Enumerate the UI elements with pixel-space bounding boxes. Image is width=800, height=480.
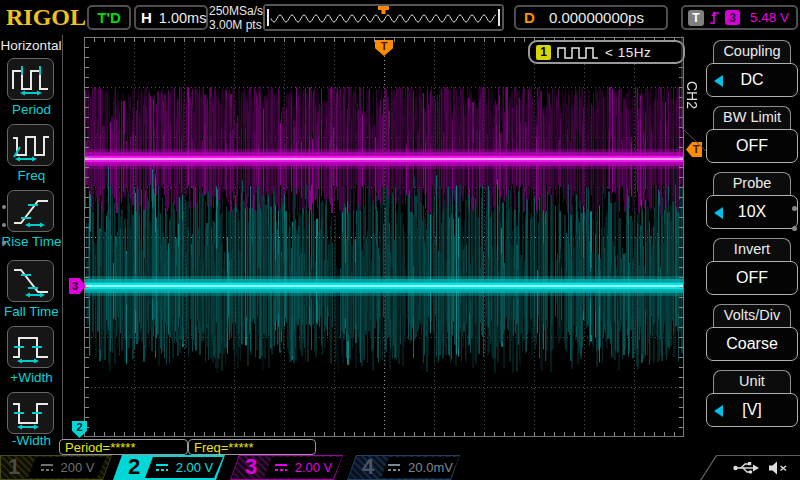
oscilloscope-screen: RIGOL T'D H 1.00ms 250MSa/s 3.00M pts D … (0, 0, 800, 480)
minus-width-label: -Width (0, 433, 63, 448)
coupling-value-button[interactable]: DC (706, 63, 798, 97)
channel3-tab[interactable]: 3 2.00 V (230, 455, 343, 480)
horizontal-label: H (141, 9, 152, 26)
system-status-inner (700, 456, 800, 480)
freq-measurement: Freq=***** (188, 439, 316, 455)
bw-limit-label: BW Limit (713, 106, 791, 129)
period-button[interactable] (7, 58, 54, 100)
system-status-area (700, 455, 800, 480)
left-menu-title: Horizontal (0, 38, 62, 53)
probe-value-button[interactable]: 10X (706, 195, 798, 229)
delay-value: 0.00000000ps (535, 9, 658, 26)
timebase-value: 1.00ms (159, 10, 207, 26)
trigger-source-badge: 3 (725, 10, 740, 25)
left-page-dot (2, 205, 6, 209)
menu-item-coupling: Coupling DC (706, 40, 798, 102)
menu-item-bw-limit: BW Limit OFF (706, 106, 798, 168)
trigger-popup-frequency: < 15Hz (605, 45, 651, 60)
invert-value: OFF (736, 269, 768, 287)
rise-time-icon (11, 194, 51, 228)
minus-width-icon (11, 396, 51, 430)
dc-coupling-icon (274, 463, 288, 472)
channel2-tab[interactable]: 2 2.00 V (113, 455, 225, 480)
freq-button[interactable] (7, 124, 54, 166)
trigger-label: T (688, 10, 704, 26)
volts-div-value-button[interactable]: Coarse (706, 327, 798, 361)
menu-item-volts-div: Volts/Div Coarse (706, 304, 798, 366)
trigger-info-box: T 3 5.48 V (681, 5, 798, 30)
invert-label: Invert (713, 238, 791, 261)
timebase-box: H 1.00ms (134, 5, 208, 30)
trigger-level-value: 5.48 V (750, 10, 791, 25)
bw-limit-value: OFF (736, 137, 768, 155)
dc-coupling-icon (387, 463, 401, 472)
unit-value: [V] (742, 401, 762, 419)
period-icon (11, 62, 51, 96)
volts-div-value: Coarse (726, 335, 778, 353)
channel1-scale: 200 V (61, 460, 95, 475)
channel4-scale: 20.0mV (408, 460, 453, 475)
rise-time-label: Rise Time (0, 234, 63, 249)
right-menu-channel-tab: CH2 (684, 72, 700, 118)
rise-time-button[interactable] (7, 190, 54, 232)
timebase-overview-waveform (265, 6, 502, 29)
sample-rate: 250MSa/s (209, 4, 263, 18)
channel2-number: 2 (128, 455, 140, 479)
usb-icon (733, 461, 759, 475)
rigol-logo: RIGOL (6, 4, 86, 31)
right-page-dot (792, 226, 797, 231)
unit-label: Unit (713, 370, 791, 393)
channel4-scale-box: 20.0mV (381, 457, 459, 478)
trigger-status-badge: T'D (87, 5, 131, 30)
channel3-scale-box: 2.00 V (264, 457, 342, 478)
channel1-number: 1 (8, 455, 20, 479)
unit-value-button[interactable]: [V] (706, 393, 798, 427)
channel4-number: 4 (362, 455, 374, 479)
volts-div-label: Volts/Div (713, 304, 791, 327)
coupling-value: DC (740, 71, 763, 89)
invert-value-button[interactable]: OFF (706, 261, 798, 295)
freq-icon (11, 128, 51, 162)
menu-item-unit: Unit [V] (706, 370, 798, 432)
speaker-muted-icon (767, 460, 788, 476)
rising-edge-icon (708, 10, 721, 26)
chevron-left-icon (714, 207, 723, 219)
dc-coupling-icon (40, 463, 54, 472)
trigger-status-text: T'D (97, 9, 121, 26)
menu-item-invert: Invert OFF (706, 238, 798, 300)
plus-width-label: +Width (0, 370, 63, 385)
acquisition-info: 250MSa/s 3.00M pts (209, 4, 263, 32)
plus-width-button[interactable] (7, 326, 54, 368)
period-measurement: Period=***** (59, 439, 188, 455)
period-label: Period (0, 102, 63, 117)
fall-time-icon (11, 264, 51, 298)
left-page-dot (2, 223, 6, 227)
fall-time-button[interactable] (7, 260, 54, 302)
waveform-display (84, 37, 684, 437)
chevron-left-icon (714, 75, 723, 87)
left-page-dot (2, 241, 6, 245)
probe-value: 10X (738, 203, 766, 221)
freq-label: Freq (0, 168, 63, 183)
channel-status-bar: 1 200 V 2 2.00 V 3 2.00 V 4 (0, 455, 800, 480)
coupling-label: Coupling (713, 40, 791, 63)
trigger-popup-source-badge: 1 (536, 45, 551, 60)
channel1-tab[interactable]: 1 200 V (0, 455, 112, 480)
delay-box: D 0.00000000ps (514, 5, 668, 30)
plus-width-icon (11, 330, 51, 364)
minus-width-button[interactable] (7, 392, 54, 434)
square-wave-icon (557, 45, 599, 59)
channel2-scale-box: 2.00 V (145, 457, 223, 478)
bw-limit-value-button[interactable]: OFF (706, 129, 798, 163)
channel1-scale-box: 200 V (28, 457, 106, 478)
memory-depth: 3.00M pts (209, 18, 263, 32)
probe-label: Probe (713, 172, 791, 195)
channel2-scale: 2.00 V (176, 460, 214, 475)
dc-coupling-icon (155, 463, 169, 472)
chevron-left-icon (714, 405, 723, 417)
channel3-scale: 2.00 V (295, 460, 333, 475)
channel4-tab[interactable]: 4 20.0mV (347, 455, 460, 480)
delay-label: D (524, 9, 535, 26)
timebase-overview-strip (263, 4, 504, 31)
fall-time-label: Fall Time (0, 304, 63, 319)
